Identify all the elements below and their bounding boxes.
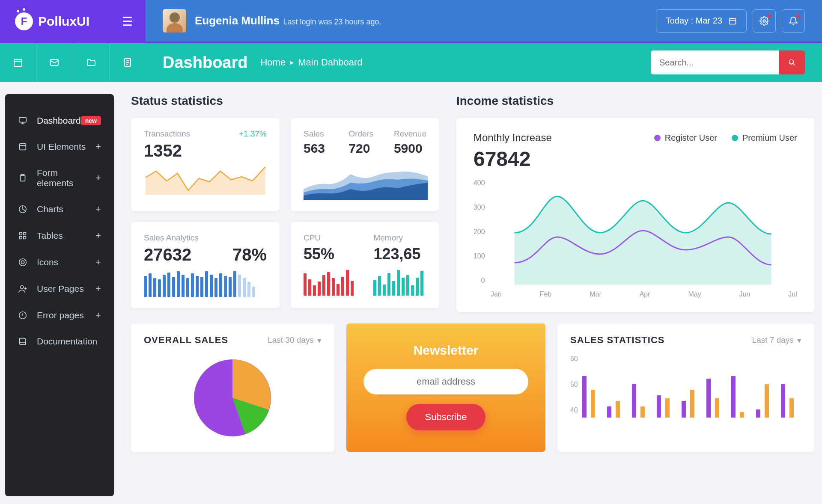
svg-rect-2: [14, 59, 22, 66]
breadcrumb[interactable]: Home ▶ Main Dahboard: [260, 57, 362, 68]
svg-point-13: [19, 259, 27, 266]
sidebar-label: UI Elements: [37, 142, 86, 152]
user-info[interactable]: Eugenia Mullins Last login was 23 hours …: [163, 9, 381, 33]
sales-stats-y-axis: 605040: [570, 355, 582, 418]
sidebar-badge-new: new: [81, 116, 101, 125]
income-label: Monthly Increase: [474, 132, 552, 144]
sidebar-item-charts[interactable]: Charts +: [5, 196, 114, 222]
overall-sales-title: OVERALL SALES: [144, 335, 228, 346]
revenue-label: Revenue: [394, 129, 426, 139]
legend-premium: Premium User: [732, 132, 797, 144]
calendar-icon: [728, 17, 737, 25]
mem-label: Memory: [373, 233, 426, 243]
sales-stats-card: SALES STATISTICS Last 7 days▾ 605040: [557, 323, 814, 452]
user-last-login: Last login was 23 hours ago.: [283, 18, 381, 26]
search-button[interactable]: [779, 50, 805, 74]
expand-icon: +: [95, 230, 101, 241]
layers-icon: [18, 142, 27, 151]
svg-rect-6: [20, 144, 26, 150]
brand-logo[interactable]: F PolluxUI: [15, 12, 89, 30]
sidebar-item-icons[interactable]: Icons +: [5, 249, 114, 276]
sidebar-item-user-pages[interactable]: User Pages +: [5, 276, 114, 302]
sidebar-label: Dashboard: [37, 116, 81, 126]
sales-label: Sales: [304, 129, 333, 139]
svg-rect-11: [20, 237, 22, 239]
chevron-down-icon: ▾: [317, 335, 322, 345]
user-plus-icon: [18, 284, 27, 294]
expand-icon: +: [95, 310, 101, 321]
newsletter-email-input[interactable]: [363, 369, 528, 394]
clipboard-icon: [18, 173, 27, 183]
sidebar: Dashboard new UI Elements + Form element…: [5, 94, 114, 496]
quick-mail[interactable]: [36, 43, 73, 82]
sidebar-item-tables[interactable]: Tables +: [5, 222, 114, 249]
date-label: Today : Mar 23: [666, 16, 722, 26]
newsletter-title: Newsletter: [363, 343, 528, 358]
mem-bars: [373, 270, 426, 296]
cpu-mem-card: CPU 55% Memory 123,65: [291, 222, 439, 308]
crumb-home[interactable]: Home: [260, 57, 286, 68]
book-icon: [18, 337, 27, 346]
subscribe-button[interactable]: Subscribe: [406, 404, 486, 430]
revenue-value: 5900: [394, 141, 426, 156]
income-chart: [488, 179, 797, 285]
orders-label: Orders: [348, 129, 378, 139]
document-icon: [122, 57, 133, 68]
quick-folder[interactable]: [73, 43, 110, 82]
sor-area-chart: [304, 159, 428, 200]
analytics-label: Sales Analytics: [144, 233, 267, 243]
quick-calendar[interactable]: [0, 43, 36, 82]
sidebar-item-documentation[interactable]: Documentation: [5, 329, 114, 354]
sidebar-label: Documentation: [37, 336, 97, 347]
settings-button[interactable]: [753, 9, 776, 33]
sales-stats-bars: [582, 362, 801, 418]
brand-name: PolluxUI: [38, 14, 89, 29]
cpu-label: CPU: [304, 233, 357, 243]
svg-rect-5: [19, 118, 27, 122]
sales-stats-title: SALES STATISTICS: [570, 335, 665, 346]
svg-rect-12: [24, 237, 26, 239]
avatar[interactable]: [163, 9, 186, 33]
quick-doc[interactable]: [110, 43, 146, 82]
newsletter-card: Newsletter Subscribe: [346, 323, 545, 452]
calendar-icon: [13, 57, 23, 68]
overall-sales-filter[interactable]: Last 30 days▾: [268, 335, 322, 345]
cpu-value: 55%: [304, 245, 357, 263]
expand-icon: +: [95, 204, 101, 215]
transactions-card: Transactions +1.37% 1352: [131, 118, 280, 211]
cpu-bars: [304, 270, 357, 296]
date-button[interactable]: Today : Mar 23: [656, 9, 747, 33]
overall-sales-pie: [181, 355, 284, 441]
income-legend: Register User Premium User: [654, 132, 797, 144]
sidebar-item-form-elements[interactable]: Form elements +: [5, 160, 114, 196]
sidebar-item-ui-elements[interactable]: UI Elements +: [5, 133, 114, 160]
notifications-button[interactable]: [782, 9, 805, 33]
svg-point-1: [763, 20, 765, 22]
folder-icon: [86, 57, 96, 68]
expand-icon: +: [95, 257, 101, 268]
expand-icon: +: [95, 172, 101, 184]
transactions-spark: [144, 160, 267, 195]
legend-register: Register User: [654, 132, 717, 144]
expand-icon: +: [95, 141, 101, 152]
sales-stats-filter[interactable]: Last 7 days▾: [752, 335, 801, 345]
brand-area: F PolluxUI ☰: [0, 0, 146, 43]
target-icon: [18, 258, 27, 267]
income-card: Monthly Increase Register User Premium U…: [456, 118, 814, 312]
monitor-icon: [18, 116, 27, 125]
analytics-card: Sales Analytics 27632 78%: [131, 222, 280, 308]
quick-icons: [0, 43, 146, 82]
hamburger-icon[interactable]: ☰: [122, 15, 133, 29]
sidebar-label: Charts: [37, 204, 63, 214]
sidebar-item-error-pages[interactable]: Error pages +: [5, 302, 114, 329]
notifications-badge: [796, 14, 800, 18]
sidebar-item-dashboard[interactable]: Dashboard new: [5, 108, 114, 133]
status-section-title: Status statistics: [131, 94, 439, 108]
search-input[interactable]: [651, 50, 779, 74]
expand-icon: +: [95, 283, 101, 294]
search-icon: [788, 58, 796, 67]
user-name: Eugenia Mullins: [195, 14, 280, 27]
settings-badge: [767, 14, 771, 18]
orders-value: 720: [348, 141, 378, 156]
sidebar-label: Icons: [37, 257, 58, 267]
